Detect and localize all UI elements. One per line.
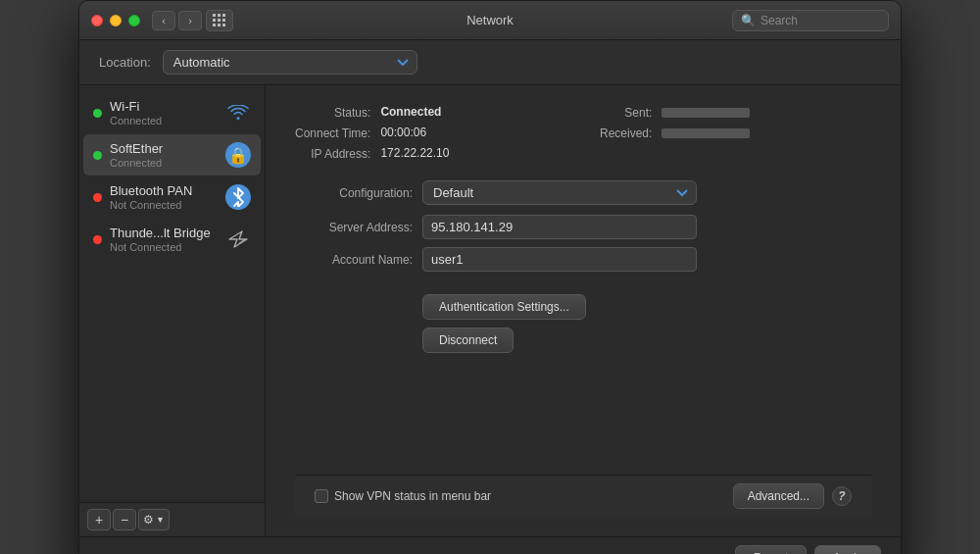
- help-button[interactable]: ?: [832, 486, 852, 506]
- received-value: [662, 126, 871, 139]
- search-box[interactable]: 🔍: [732, 10, 889, 31]
- network-options-button[interactable]: ⚙ ▼: [138, 509, 170, 530]
- network-list: Wi-Fi Connected: [79, 85, 265, 502]
- forward-button[interactable]: ›: [178, 11, 202, 30]
- apps-grid-button[interactable]: [206, 10, 233, 31]
- apply-button[interactable]: Apply: [814, 545, 881, 554]
- gear-icon: ⚙: [143, 513, 154, 527]
- titlebar: ‹ › Network 🔍: [79, 1, 901, 40]
- connect-time-label: Connect Time:: [295, 126, 370, 140]
- remove-network-button[interactable]: −: [113, 509, 136, 530]
- network-name-thunderbolt: Thunde...lt Bridge: [110, 226, 218, 240]
- account-name-row: Account Name:: [295, 247, 871, 272]
- configuration-row: Configuration: Default: [295, 180, 871, 205]
- grid-icon: [213, 14, 226, 27]
- status-dot-bluetooth: [93, 193, 102, 202]
- sidebar-item-wifi[interactable]: Wi-Fi Connected: [83, 92, 261, 133]
- ip-address-label: IP Address:: [295, 146, 370, 161]
- connect-time-value: 00:00:06: [380, 126, 590, 139]
- status-info-grid: Status: Connected Sent: Connect Time: 00…: [295, 105, 871, 161]
- network-name-wifi: Wi-Fi: [110, 99, 218, 114]
- sidebar-item-thunderbolt[interactable]: Thunde...lt Bridge Not Connected: [83, 219, 261, 260]
- configuration-label: Configuration:: [295, 186, 413, 200]
- main-content: Wi-Fi Connected: [79, 85, 901, 536]
- disconnect-button[interactable]: Disconnect: [422, 327, 514, 353]
- network-status-bluetooth: Not Connected: [110, 199, 218, 211]
- network-status-softether: Connected: [110, 157, 218, 169]
- window-title: Network: [466, 13, 514, 27]
- minimize-button[interactable]: [110, 15, 122, 26]
- vpn-lock-icon: 🔒: [225, 142, 251, 168]
- wifi-icon: [225, 100, 251, 126]
- sent-label: Sent:: [600, 105, 652, 120]
- location-label: Location:: [99, 55, 151, 70]
- add-network-button[interactable]: +: [87, 509, 111, 530]
- server-address-label: Server Address:: [295, 221, 413, 234]
- main-window: ‹ › Network 🔍 Location: Automatic: [78, 0, 902, 554]
- search-input[interactable]: [760, 14, 880, 27]
- configuration-select[interactable]: Default: [422, 180, 697, 205]
- bottom-bar: Show VPN status in menu bar Advanced... …: [295, 475, 871, 517]
- sidebar-toolbar: + − ⚙ ▼: [79, 502, 265, 536]
- thunderbolt-icon: [225, 227, 251, 252]
- advanced-button[interactable]: Advanced...: [733, 483, 824, 509]
- traffic-lights: [91, 15, 140, 26]
- action-buttons: Authentication Settings... Disconnect: [422, 294, 871, 353]
- received-label: Received:: [600, 126, 652, 140]
- nav-buttons: ‹ ›: [152, 11, 202, 30]
- status-dot-thunderbolt: [93, 235, 102, 244]
- back-button[interactable]: ‹: [152, 11, 175, 30]
- vpn-menu-bar-checkbox-area[interactable]: Show VPN status in menu bar: [315, 489, 491, 503]
- network-name-softether: SoftEther: [110, 141, 218, 156]
- chevron-down-icon: ▼: [156, 515, 165, 525]
- close-button[interactable]: [91, 15, 103, 26]
- sent-value: [662, 105, 871, 119]
- revert-button[interactable]: Revert: [735, 545, 807, 554]
- network-name-bluetooth: Bluetooth PAN: [110, 183, 218, 198]
- search-icon: 🔍: [741, 14, 756, 27]
- account-name-input[interactable]: [422, 247, 697, 272]
- server-address-row: Server Address:: [295, 215, 871, 239]
- vpn-menu-bar-label: Show VPN status in menu bar: [334, 489, 491, 503]
- sidebar: Wi-Fi Connected: [79, 85, 266, 536]
- bluetooth-icon: [225, 184, 251, 210]
- vpn-menu-bar-checkbox[interactable]: [315, 489, 328, 503]
- network-status-wifi: Connected: [110, 115, 218, 126]
- auth-settings-button[interactable]: Authentication Settings...: [422, 294, 586, 320]
- account-name-label: Account Name:: [295, 253, 413, 267]
- detail-panel: Status: Connected Sent: Connect Time: 00…: [266, 85, 901, 536]
- location-toolbar: Location: Automatic: [79, 40, 901, 85]
- network-status-thunderbolt: Not Connected: [110, 241, 218, 253]
- bottom-right-buttons: Advanced... ?: [733, 483, 852, 509]
- status-dot-softether: [93, 151, 102, 160]
- sidebar-item-bluetooth[interactable]: Bluetooth PAN Not Connected: [83, 176, 261, 218]
- status-dot-wifi: [93, 109, 102, 118]
- server-address-input[interactable]: [422, 215, 697, 239]
- status-value: Connected: [380, 105, 590, 119]
- ip-address-value: 172.22.22.10: [380, 146, 590, 160]
- maximize-button[interactable]: [128, 15, 140, 26]
- footer: Revert Apply: [79, 536, 901, 554]
- status-label: Status:: [295, 105, 370, 120]
- sidebar-item-softether[interactable]: SoftEther Connected 🔒: [83, 134, 261, 176]
- location-select[interactable]: Automatic: [163, 50, 417, 75]
